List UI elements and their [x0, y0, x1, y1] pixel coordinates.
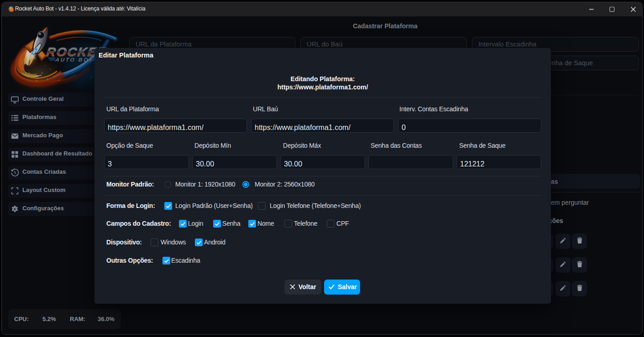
svg-text:AUTO BOT: AUTO BOT: [55, 57, 94, 62]
